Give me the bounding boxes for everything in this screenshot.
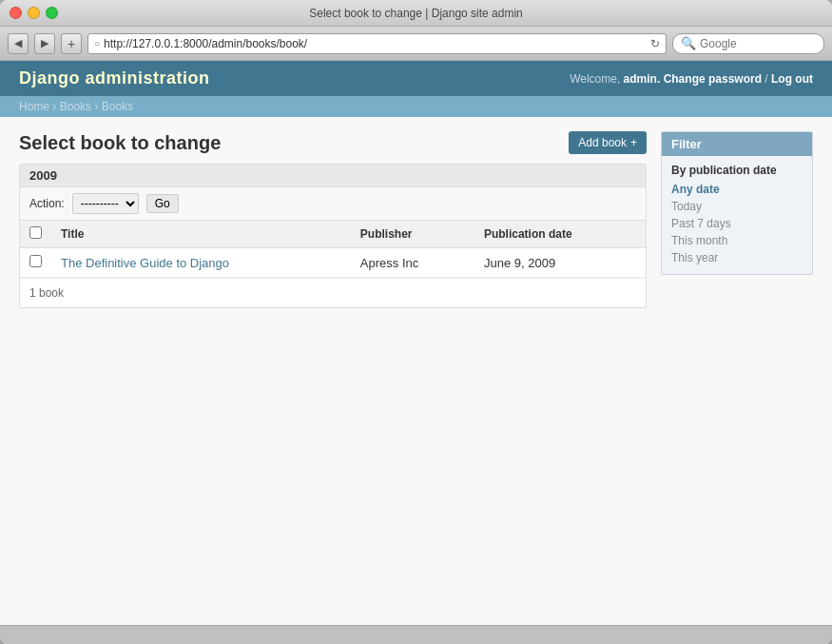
welcome-text: Welcome, bbox=[570, 72, 620, 86]
book-title-link[interactable]: The Definitive Guide to Django bbox=[61, 256, 229, 270]
go-button[interactable]: Go bbox=[146, 194, 179, 213]
breadcrumb-sep1: › bbox=[52, 100, 56, 113]
close-button[interactable] bbox=[10, 7, 22, 19]
back-button[interactable]: ◀ bbox=[8, 33, 29, 54]
admin-title: Django administration bbox=[19, 68, 210, 88]
filter-item[interactable]: This month bbox=[671, 232, 803, 249]
action-bar: Action: ---------- Go bbox=[20, 187, 646, 221]
title-column-header[interactable]: Title bbox=[51, 221, 351, 248]
refresh-button[interactable]: ↻ bbox=[650, 37, 660, 50]
logout-link[interactable]: Log out bbox=[771, 72, 813, 86]
user-info: Welcome, admin. Change password / Log ou… bbox=[570, 72, 813, 86]
data-table: Title Publisher Publication date The Def… bbox=[20, 221, 646, 278]
page-header: Select book to change Add book + bbox=[19, 131, 647, 154]
table-header-row: Title Publisher Publication date bbox=[20, 221, 646, 248]
results-count: 1 book bbox=[20, 278, 646, 307]
new-tab-button[interactable]: + bbox=[61, 33, 82, 54]
minimize-button[interactable] bbox=[28, 7, 40, 19]
results-panel: 2009 Action: ---------- Go bbox=[19, 164, 647, 308]
table-row: The Definitive Guide to Django Apress In… bbox=[20, 248, 646, 278]
search-bar[interactable]: 🔍 bbox=[672, 33, 824, 54]
row-title-cell: The Definitive Guide to Django bbox=[51, 248, 351, 278]
breadcrumb-books1[interactable]: Books bbox=[60, 100, 91, 113]
filter-item[interactable]: Today bbox=[671, 198, 803, 215]
window-title: Select book to change | Django site admi… bbox=[0, 7, 832, 20]
separator: / bbox=[764, 72, 767, 86]
window-controls bbox=[10, 7, 58, 19]
admin-header: Django administration Welcome, admin. Ch… bbox=[0, 61, 832, 96]
content-area: Select book to change Add book + 2009 Ac… bbox=[0, 117, 832, 625]
add-icon: + bbox=[630, 136, 637, 149]
url-input[interactable] bbox=[104, 37, 647, 50]
django-admin: Django administration Welcome, admin. Ch… bbox=[0, 61, 832, 625]
filter-item[interactable]: Past 7 days bbox=[671, 215, 803, 232]
publisher-column-header[interactable]: Publisher bbox=[351, 221, 474, 248]
row-pubdate-cell: June 9, 2009 bbox=[474, 248, 646, 278]
breadcrumb-sep2: › bbox=[94, 100, 98, 113]
action-select[interactable]: ---------- bbox=[72, 193, 139, 214]
row-publisher-cell: Apress Inc bbox=[351, 248, 474, 278]
checkbox-header bbox=[20, 221, 51, 248]
titlebar: Select book to change | Django site admi… bbox=[0, 0, 832, 27]
add-book-label: Add book bbox=[578, 136, 627, 149]
search-input[interactable] bbox=[700, 37, 832, 50]
filter-box: Filter By publication date Any dateToday… bbox=[661, 131, 813, 275]
year-header: 2009 bbox=[20, 165, 646, 187]
row-checkbox[interactable] bbox=[29, 255, 42, 267]
filter-items: Any dateTodayPast 7 daysThis monthThis y… bbox=[662, 181, 812, 274]
row-checkbox-cell bbox=[20, 248, 51, 278]
address-bar[interactable]: ○ ↻ bbox=[87, 33, 667, 54]
maximize-button[interactable] bbox=[46, 7, 58, 19]
search-icon: 🔍 bbox=[681, 36, 696, 50]
browser-toolbar: ◀ ▶ + ○ ↻ 🔍 bbox=[0, 27, 832, 61]
filter-item[interactable]: Any date bbox=[671, 181, 803, 198]
browser-window: Select book to change | Django site admi… bbox=[0, 0, 832, 644]
breadcrumb-home[interactable]: Home bbox=[19, 100, 49, 113]
pubdate-column-header[interactable]: Publication date bbox=[474, 221, 646, 248]
page-title: Select book to change bbox=[19, 132, 221, 154]
filter-title: Filter bbox=[662, 132, 812, 156]
select-all-checkbox[interactable] bbox=[29, 226, 42, 239]
filter-item[interactable]: This year bbox=[671, 249, 803, 266]
add-book-button[interactable]: Add book + bbox=[569, 131, 647, 154]
security-icon: ○ bbox=[94, 38, 100, 49]
forward-button[interactable]: ▶ bbox=[34, 33, 55, 54]
filter-sidebar: Filter By publication date Any dateToday… bbox=[661, 131, 813, 611]
action-label: Action: bbox=[29, 197, 65, 210]
change-password-link[interactable]: Change password bbox=[664, 72, 762, 86]
window-bottom-bar bbox=[0, 625, 832, 644]
breadcrumb-books2: Books bbox=[102, 100, 133, 113]
breadcrumb: Home › Books › Books bbox=[0, 96, 832, 117]
filter-section-title: By publication date bbox=[662, 156, 812, 181]
main-content: Select book to change Add book + 2009 Ac… bbox=[19, 131, 647, 611]
username: admin. bbox=[624, 72, 661, 86]
